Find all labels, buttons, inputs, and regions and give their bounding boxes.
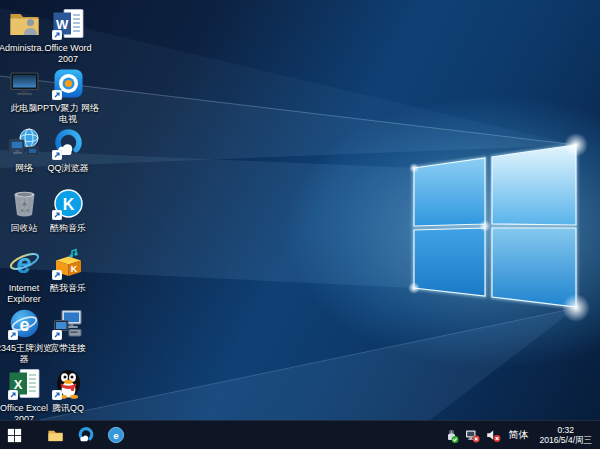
svg-text:e: e [113,430,119,441]
clock-date: 2016/5/4/周三 [540,435,592,446]
icon-label: 酷我音乐 [36,283,100,294]
icon-label: 腾讯QQ [36,403,100,414]
folder-icon [47,427,64,444]
desktop-icon-office-word[interactable]: W Office Word 2007 [36,7,100,65]
icon-label: QQ浏览器 [36,163,100,174]
icon-label: 酷狗音乐 [36,223,100,234]
taskbar-clock[interactable]: 0:32 2016/5/4/周三 [537,425,595,446]
shortcut-arrow-icon [8,390,18,400]
desktop-icon-pptv[interactable]: PPTV聚力 网络电视 [36,67,100,125]
shortcut-arrow-icon [52,210,62,220]
icon-label: 宽带连接 [36,343,100,354]
shortcut-arrow-icon [52,390,62,400]
svg-text:K: K [62,196,74,213]
volume-muted-icon[interactable] [486,428,501,443]
qq-browser-icon [77,426,95,444]
desktop-icon-broadband[interactable]: 宽带连接 [36,307,100,354]
desktop-icon-tencent-qq[interactable]: 腾讯QQ [36,367,100,414]
shortcut-arrow-icon [52,270,62,280]
icon-label: PPTV聚力 网络电视 [36,103,100,125]
taskbar: e [0,420,600,449]
svg-text:K: K [70,264,77,274]
network-disconnected-icon[interactable] [465,428,480,443]
shortcut-arrow-icon [52,30,62,40]
start-button[interactable] [0,421,29,449]
desktop-icon-qq-browser[interactable]: QQ浏览器 [36,127,100,174]
desktop-icon-kuwo[interactable]: K 酷我音乐 [36,247,100,294]
svg-text:e: e [19,315,29,335]
system-tray: 简体 0:32 2016/5/4/周三 [444,421,600,449]
shortcut-arrow-icon [8,330,18,340]
taskbar-file-explorer-button[interactable] [41,421,70,449]
taskbar-browser-e-button[interactable]: e [101,421,130,449]
desktop-wallpaper[interactable]: Administra... W Office Word 2007 此电脑 [0,0,600,420]
shortcut-arrow-icon [52,330,62,340]
e-sphere-icon: e [107,426,125,444]
shortcut-arrow-icon [52,90,62,100]
icon-label: Office Word 2007 [36,43,100,65]
taskbar-qq-browser-button[interactable] [71,421,100,449]
usb-safely-remove-icon[interactable] [444,428,459,443]
windows-logo-icon [7,428,22,443]
shortcut-arrow-icon [52,150,62,160]
input-method-indicator[interactable]: 简体 [507,428,531,442]
clock-time: 0:32 [540,425,592,436]
desktop-icon-kugou[interactable]: K 酷狗音乐 [36,187,100,234]
windows-desktop-screen: Administra... W Office Word 2007 此电脑 [0,0,600,449]
